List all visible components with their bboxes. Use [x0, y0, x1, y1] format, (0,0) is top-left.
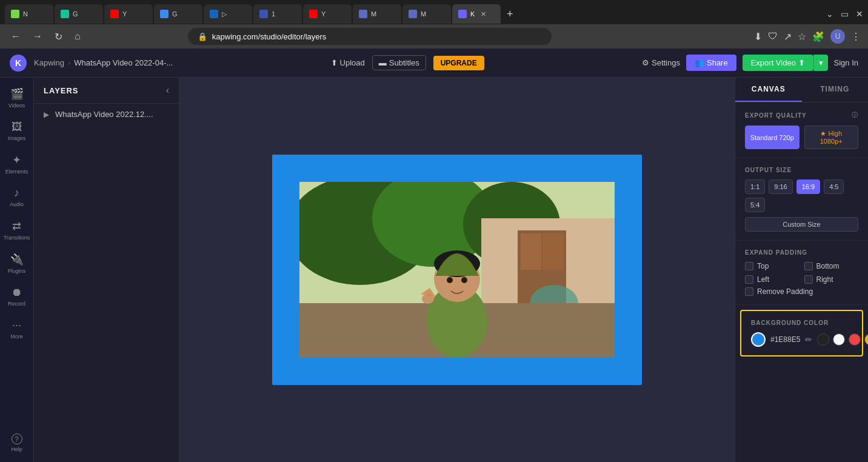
- swatch-black[interactable]: [817, 333, 829, 346]
- padding-left-checkbox[interactable]: [745, 275, 753, 284]
- tab-canvas[interactable]: CANVAS: [735, 78, 802, 102]
- layers-collapse-button[interactable]: ‹: [166, 85, 169, 96]
- padding-top[interactable]: Top: [745, 262, 800, 270]
- canvas-background[interactable]: [272, 155, 642, 385]
- project-name[interactable]: WhatsApp Video 2022-04-...: [74, 58, 173, 67]
- video-layer[interactable]: [299, 182, 615, 358]
- remove-padding[interactable]: Remove Padding: [745, 287, 858, 296]
- swatch-yellow[interactable]: [864, 333, 868, 346]
- tab-google[interactable]: G: [154, 4, 202, 24]
- sidebar-item-images[interactable]: 🖼 Images: [2, 116, 32, 146]
- upgrade-button[interactable]: UPGRADE: [433, 56, 484, 70]
- shield-icon[interactable]: 🛡: [768, 31, 778, 42]
- list-item[interactable]: ▶ WhatsApp Video 2022.12....: [34, 104, 179, 125]
- svg-rect-7: [542, 233, 563, 270]
- new-tab-button[interactable]: +: [502, 5, 518, 23]
- size-5-4-button[interactable]: 5:4: [745, 198, 765, 212]
- power-favicon: [210, 10, 218, 18]
- tab-ext2[interactable]: M: [353, 4, 401, 24]
- menu-icon[interactable]: ⋮: [851, 31, 861, 42]
- tab-power[interactable]: ▷: [204, 4, 252, 24]
- sidebar-item-help[interactable]: ? Help: [2, 429, 32, 457]
- padding-left-label: Left: [757, 275, 769, 284]
- padding-top-checkbox[interactable]: [745, 262, 753, 270]
- brand-name[interactable]: Kapwing: [34, 58, 64, 67]
- tab-upwork[interactable]: N: [5, 4, 53, 24]
- quality-options: Standard 720p ★ High 1080p+: [745, 126, 858, 149]
- sidebar-item-elements[interactable]: ✦ Elements: [2, 149, 32, 179]
- settings-button[interactable]: ⚙ Settings: [642, 58, 680, 67]
- maximize-icon[interactable]: ▭: [841, 9, 849, 19]
- subtitles-button[interactable]: ▬ Subtitles: [372, 55, 426, 70]
- swatch-white[interactable]: [833, 333, 845, 346]
- size-16-9-button[interactable]: 16:9: [796, 179, 820, 194]
- extensions-icon[interactable]: 🧩: [812, 31, 824, 42]
- size-1-1-button[interactable]: 1:1: [745, 179, 765, 194]
- nav-right-controls: ⬇ 🛡 ↗ ☆ 🧩 U ⋮: [754, 29, 861, 44]
- minimize-icon[interactable]: ⌄: [826, 9, 833, 19]
- tab-close-icon[interactable]: ✕: [481, 10, 486, 18]
- signin-button[interactable]: Sign In: [834, 58, 858, 67]
- custom-size-button[interactable]: Custom Size: [745, 217, 858, 232]
- tab-yt2[interactable]: Y: [303, 4, 352, 24]
- browser-tab-bar: N G Y G ▷ 1 Y M M K ✕ + ⌄ ▭ ✕: [0, 0, 868, 24]
- size-9-16-button[interactable]: 9:16: [769, 179, 792, 194]
- sidebar-item-transitions[interactable]: ⇄ Transitions: [2, 215, 32, 246]
- swatch-red[interactable]: [849, 333, 861, 346]
- star-icon[interactable]: ☆: [798, 31, 806, 42]
- images-icon: 🖼: [12, 121, 22, 133]
- share-button[interactable]: 👥 Share: [686, 55, 736, 71]
- tab-timing[interactable]: TIMING: [802, 78, 869, 102]
- tab-ext1[interactable]: 1: [253, 4, 302, 24]
- more-icon: ···: [12, 319, 21, 332]
- address-bar[interactable]: 🔒 kapwing.com/studio/editor/layers: [188, 28, 552, 45]
- tab-ext3[interactable]: M: [402, 4, 451, 24]
- upload-button[interactable]: ⬆ Upload: [331, 58, 365, 67]
- standard-720p-button[interactable]: Standard 720p: [745, 126, 800, 149]
- padding-left[interactable]: Left: [745, 275, 800, 284]
- sidebar-item-audio[interactable]: ♪ Audio: [2, 182, 32, 212]
- sidebar-item-label: Images: [8, 135, 26, 141]
- color-picker-icon[interactable]: ✏: [805, 335, 812, 344]
- sidebar-item-label: Videos: [8, 102, 25, 109]
- tab-label: Y: [122, 10, 127, 18]
- sidebar-item-plugins[interactable]: 🔌 Plugins: [2, 248, 32, 279]
- color-row: #1E88E5 ✏: [751, 332, 852, 347]
- high-1080p-button[interactable]: ★ High 1080p+: [804, 126, 859, 149]
- browser-nav-bar: ← → ↻ ⌂ 🔒 kapwing.com/studio/editor/laye…: [0, 24, 868, 49]
- close-icon[interactable]: ✕: [856, 9, 863, 19]
- padding-right[interactable]: Right: [804, 275, 859, 284]
- sidebar-item-more[interactable]: ··· More: [2, 314, 32, 344]
- padding-bottom-checkbox[interactable]: [804, 262, 813, 270]
- refresh-button[interactable]: ↻: [51, 30, 66, 44]
- sidebar-item-record[interactable]: ⏺ Record: [2, 281, 32, 312]
- export-video-button[interactable]: Export Video ⬆: [743, 55, 813, 71]
- size-4-5-button[interactable]: 4:5: [824, 179, 844, 194]
- profile-icon[interactable]: U: [830, 29, 845, 44]
- remove-padding-checkbox[interactable]: [745, 287, 753, 296]
- video-layer-icon: ▶: [44, 110, 49, 119]
- svg-point-14: [461, 277, 467, 283]
- sidebar-item-label: More: [10, 333, 23, 340]
- tab-label: M: [421, 10, 426, 18]
- layers-header: LAYERS ‹: [34, 78, 179, 104]
- kapwing-favicon: [458, 10, 467, 18]
- download-icon[interactable]: ⬇: [754, 31, 762, 42]
- home-button[interactable]: ⌂: [71, 30, 84, 43]
- tab-kapwing[interactable]: K ✕: [452, 4, 501, 24]
- export-dropdown-button[interactable]: ▾: [813, 55, 828, 71]
- forward-button[interactable]: →: [29, 30, 46, 43]
- back-button[interactable]: ←: [7, 30, 24, 43]
- share-icon[interactable]: ↗: [784, 31, 792, 42]
- export-icon: ⬆: [798, 58, 805, 67]
- info-icon[interactable]: ⓘ: [852, 111, 858, 119]
- current-color-swatch[interactable]: [751, 332, 766, 347]
- sidebar-item-videos[interactable]: 🎬 Videos: [2, 82, 32, 113]
- google-favicon: [160, 10, 169, 18]
- tab-youtube[interactable]: Y: [104, 4, 153, 24]
- tab-grammarly[interactable]: G: [55, 4, 103, 24]
- tab-label: G: [172, 10, 178, 18]
- canvas-wrapper: [272, 155, 642, 385]
- padding-bottom[interactable]: Bottom: [804, 262, 859, 270]
- padding-right-checkbox[interactable]: [804, 275, 813, 284]
